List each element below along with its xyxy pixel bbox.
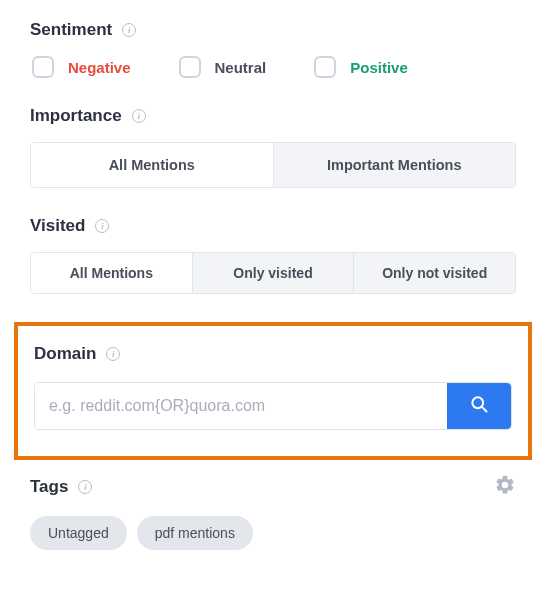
tab-visited-all[interactable]: All Mentions bbox=[31, 253, 192, 293]
domain-input[interactable] bbox=[35, 383, 447, 429]
visited-tabs: All Mentions Only visited Only not visit… bbox=[30, 252, 516, 294]
info-icon[interactable]: i bbox=[122, 23, 136, 37]
svg-line-1 bbox=[482, 407, 487, 412]
domain-header: Domain i bbox=[34, 344, 512, 364]
sentiment-positive-checkbox[interactable]: Positive bbox=[314, 56, 408, 78]
tab-important-mentions[interactable]: Important Mentions bbox=[273, 143, 516, 187]
tag-chip-pdf-mentions[interactable]: pdf mentions bbox=[137, 516, 253, 550]
tag-chip-untagged[interactable]: Untagged bbox=[30, 516, 127, 550]
sentiment-title: Sentiment bbox=[30, 20, 112, 40]
tags-section: Tags i Untagged pdf mentions bbox=[30, 474, 516, 550]
domain-search-button[interactable] bbox=[447, 383, 511, 429]
info-icon[interactable]: i bbox=[106, 347, 120, 361]
tab-only-not-visited[interactable]: Only not visited bbox=[353, 253, 515, 293]
domain-title: Domain bbox=[34, 344, 96, 364]
domain-input-row bbox=[34, 382, 512, 430]
sentiment-neutral-checkbox[interactable]: Neutral bbox=[179, 56, 267, 78]
sentiment-options: Negative Neutral Positive bbox=[30, 56, 516, 78]
search-icon bbox=[469, 394, 489, 418]
tags-title: Tags bbox=[30, 477, 68, 497]
visited-title: Visited bbox=[30, 216, 85, 236]
info-icon[interactable]: i bbox=[132, 109, 146, 123]
importance-title: Importance bbox=[30, 106, 122, 126]
sentiment-negative-label: Negative bbox=[68, 59, 131, 76]
importance-tabs: All Mentions Important Mentions bbox=[30, 142, 516, 188]
gear-icon[interactable] bbox=[494, 474, 516, 500]
sentiment-header: Sentiment i bbox=[30, 20, 516, 40]
domain-section: Domain i bbox=[14, 322, 532, 460]
sentiment-positive-label: Positive bbox=[350, 59, 408, 76]
checkbox-box bbox=[179, 56, 201, 78]
tags-header: Tags i bbox=[30, 474, 516, 500]
info-icon[interactable]: i bbox=[78, 480, 92, 494]
tab-all-mentions[interactable]: All Mentions bbox=[31, 143, 273, 187]
importance-header: Importance i bbox=[30, 106, 516, 126]
visited-section: Visited i All Mentions Only visited Only… bbox=[30, 216, 516, 294]
tag-chips: Untagged pdf mentions bbox=[30, 516, 516, 550]
sentiment-negative-checkbox[interactable]: Negative bbox=[32, 56, 131, 78]
visited-header: Visited i bbox=[30, 216, 516, 236]
tab-only-visited[interactable]: Only visited bbox=[192, 253, 354, 293]
importance-section: Importance i All Mentions Important Ment… bbox=[30, 106, 516, 188]
sentiment-section: Sentiment i Negative Neutral Positive bbox=[30, 20, 516, 78]
info-icon[interactable]: i bbox=[95, 219, 109, 233]
checkbox-box bbox=[314, 56, 336, 78]
sentiment-neutral-label: Neutral bbox=[215, 59, 267, 76]
checkbox-box bbox=[32, 56, 54, 78]
